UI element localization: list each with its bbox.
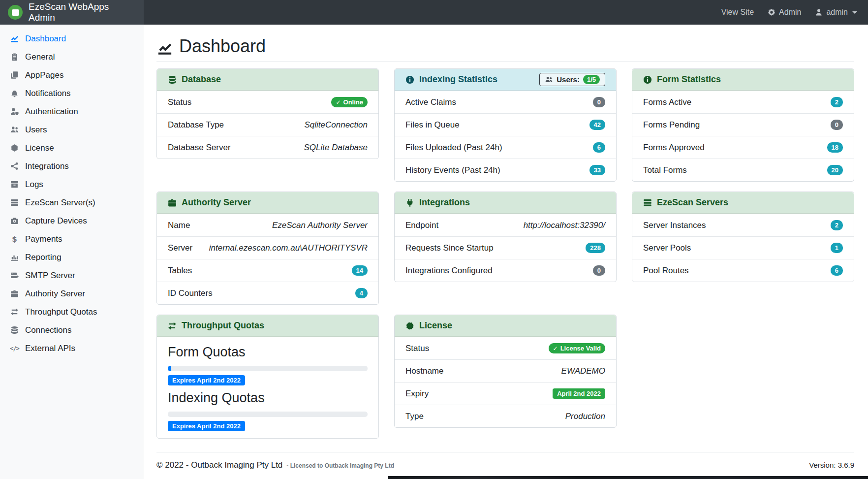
sidebar-item-authority-server[interactable]: Authority Server: [0, 285, 144, 303]
progress-fill: [168, 366, 171, 371]
ezescan-servers-card: EzeScan Servers Server Instances 2 Serve…: [632, 192, 854, 282]
users-count-badge: 1/5: [583, 75, 600, 84]
row-label: Expiry: [405, 389, 429, 399]
sidebar-item-authentication[interactable]: Authentication: [0, 102, 144, 121]
sidebar-item-notifications[interactable]: Notifications: [0, 84, 144, 102]
form-quotas-heading: Form Quotas: [168, 345, 368, 360]
row-label: Forms Active: [643, 97, 691, 107]
row-label: Database Type: [168, 120, 224, 130]
sidebar-item-label: Authentication: [25, 107, 78, 117]
sidebar-item-users[interactable]: Users: [0, 121, 144, 139]
row-label: Integrations Configured: [405, 266, 493, 276]
server-stack-icon: [10, 198, 19, 207]
sidebar-item-logs[interactable]: Logs: [0, 175, 144, 193]
card-title: Authority Server: [182, 197, 251, 208]
sidebar-item-payments[interactable]: $ Payments: [0, 230, 144, 248]
table-row: History Events (Past 24h) 33: [395, 159, 616, 181]
dashboard-card-grid: Database Status ✓Online Database Type Sq…: [156, 68, 854, 439]
sidebar-item-integrations[interactable]: Integrations: [0, 157, 144, 175]
row-label: Status: [405, 344, 429, 353]
count-badge: 6: [593, 142, 605, 153]
dollar-icon: $: [10, 235, 19, 243]
throughput-quotas-card: Throughput Quotas Form Quotas Expires Ap…: [156, 315, 379, 439]
row-value: SqliteConnection: [304, 120, 368, 130]
database-icon: [10, 326, 19, 334]
row-value: EWADEMO: [561, 366, 605, 376]
row-label: Tables: [168, 266, 192, 276]
row-label: Server Pools: [643, 243, 691, 253]
sidebar-item-capture-devices[interactable]: Capture Devices: [0, 212, 144, 230]
database-icon: [168, 75, 177, 84]
sidebar-item-label: Users: [25, 125, 47, 135]
camera-icon: [10, 217, 19, 225]
table-row: ID Counters 4: [157, 282, 378, 304]
sidebar-item-label: Reporting: [25, 253, 62, 262]
view-site-link[interactable]: View Site: [721, 8, 754, 17]
sidebar-item-license[interactable]: License: [0, 139, 144, 157]
admin-link[interactable]: Admin: [768, 8, 801, 17]
briefcase-icon: [10, 289, 19, 298]
count-badge: 2: [831, 220, 843, 230]
throughput-quotas-card-header: Throughput Quotas: [157, 315, 378, 337]
count-badge: 4: [355, 288, 368, 298]
card-title: EzeScan Servers: [657, 197, 728, 208]
certificate-icon: [405, 321, 414, 330]
sidebar-item-ezescan-servers[interactable]: EzeScan Server(s): [0, 193, 144, 212]
form-quotas-progress-bar: [168, 366, 368, 371]
count-badge: 1: [831, 243, 843, 253]
row-label: Pool Routes: [643, 266, 689, 276]
table-row: Status ✓Online: [157, 91, 378, 113]
share-icon: [10, 162, 19, 170]
row-label: Forms Approved: [643, 143, 705, 153]
row-label: ID Counters: [168, 288, 213, 298]
card-title: Form Statistics: [657, 74, 721, 85]
sidebar-item-label: SMTP Server: [25, 271, 75, 281]
sidebar-item-label: General: [25, 52, 55, 62]
app-brand[interactable]: EzeScan WebApps Admin: [0, 0, 144, 25]
page-title-text: Dashboard: [179, 35, 266, 57]
sidebar-item-label: Connections: [25, 325, 72, 335]
chart-line-icon: [156, 39, 173, 54]
user-menu[interactable]: admin: [815, 8, 857, 17]
row-label: Total Forms: [643, 165, 687, 175]
count-badge: 20: [827, 165, 843, 175]
users-count-button[interactable]: Users: 1/5: [539, 73, 605, 86]
certificate-icon: [10, 144, 19, 152]
sidebar-item-dashboard[interactable]: Dashboard: [0, 30, 144, 48]
database-card-header: Database: [157, 69, 378, 91]
count-badge: 0: [593, 97, 605, 107]
server-stack-icon: [643, 198, 652, 207]
sidebar-item-label: Dashboard: [25, 34, 66, 44]
info-circle-icon: [643, 75, 652, 84]
database-card: Database Status ✓Online Database Type Sq…: [156, 68, 379, 159]
table-row: Hostname EWADEMO: [395, 359, 616, 382]
row-value: SQLite Database: [304, 143, 368, 153]
sidebar-item-throughput-quotas[interactable]: Throughput Quotas: [0, 303, 144, 321]
caret-down-icon: [852, 11, 857, 14]
sidebar-item-apppages[interactable]: AppPages: [0, 66, 144, 84]
footer-divider: [156, 452, 854, 452]
sidebar-item-general[interactable]: General: [0, 48, 144, 66]
exchange-icon: [168, 321, 177, 330]
sidebar-nav: Dashboard General AppPages Notifications…: [0, 25, 144, 479]
username-label: admin: [826, 8, 848, 17]
indexing-statistics-card: Indexing Statistics Users: 1/5 Active Cl…: [394, 68, 617, 182]
main-content: Dashboard Database Status ✓Online Databa…: [144, 25, 868, 479]
sidebar-item-label: Payments: [25, 234, 62, 244]
row-label: Database Server: [168, 143, 231, 153]
row-label: Server Instances: [643, 221, 706, 230]
clipboard-icon: [10, 53, 19, 61]
indexing-statistics-card-header: Indexing Statistics Users: 1/5: [395, 69, 616, 91]
count-badge: 33: [589, 165, 605, 175]
table-row: Forms Pending 0: [632, 113, 854, 136]
row-value: EzeScan Authority Server: [272, 221, 368, 230]
table-row: Active Claims 0: [395, 91, 616, 113]
sidebar-item-connections[interactable]: Connections: [0, 321, 144, 339]
sidebar-item-external-apis[interactable]: </> External APIs: [0, 339, 144, 357]
users-icon: [545, 76, 553, 83]
sidebar-item-reporting[interactable]: Reporting: [0, 248, 144, 266]
sidebar-item-smtp-server[interactable]: SMTP Server: [0, 266, 144, 285]
user-shield-icon: [10, 107, 19, 116]
sidebar-item-label: AppPages: [25, 70, 63, 80]
count-badge: 14: [352, 265, 368, 276]
